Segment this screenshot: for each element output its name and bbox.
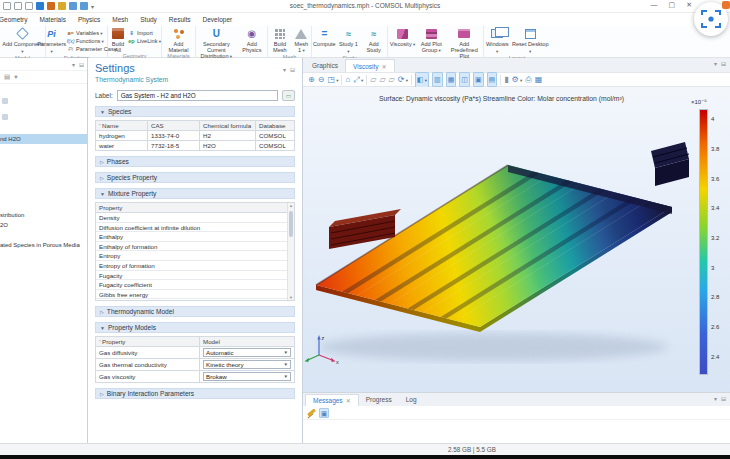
tab-mesh[interactable]: Mesh <box>106 13 134 26</box>
gas-viscosity-select[interactable]: Brokaw▼ <box>203 372 291 381</box>
screen-capture-overlay-button[interactable] <box>694 2 728 36</box>
orthographic-view-icon[interactable]: ◫ <box>459 72 470 87</box>
view-yz-icon[interactable]: ▥ <box>432 72 443 87</box>
tab-viscosity[interactable]: Viscosity✕ <box>345 59 395 72</box>
tab-log[interactable]: Log <box>399 394 424 406</box>
pane-menu-icon[interactable]: ▾ <box>714 60 717 67</box>
add-plot-group-icon <box>425 27 438 40</box>
tab-geometry[interactable]: Geometry <box>0 13 34 26</box>
tab-materials[interactable]: Materials <box>34 13 72 26</box>
mesh-1-button[interactable]: Mesh 1 <box>292 27 311 54</box>
add-plot-group-button[interactable]: Add Plot Group <box>416 27 446 54</box>
tree-menu-icon[interactable]: ▾ <box>14 73 17 81</box>
section-phases[interactable]: ▷ Phases <box>95 156 295 167</box>
tree-item-gas-system[interactable]: nd H2O <box>0 134 87 144</box>
mixture-property-item[interactable]: Entropy <box>96 251 294 261</box>
mixture-property-item[interactable]: Density <box>96 213 294 223</box>
gas-thermal-conductivity-select[interactable]: Kinetic theory▼ <box>203 360 291 369</box>
livelink-button[interactable]: ep LiveLink <box>128 37 161 44</box>
add-predefined-plot-button[interactable]: Add Predefined Plot <box>446 27 482 59</box>
view-xy-icon[interactable]: ◧ <box>415 72 429 88</box>
deselect-icon[interactable]: ▱ <box>389 73 395 86</box>
scene-settings-icon[interactable]: ⚙ <box>512 73 523 87</box>
zoom-out-icon[interactable]: ⊖ <box>318 73 325 86</box>
label-rename-button[interactable]: ▭ <box>282 90 295 101</box>
zoom-in-icon[interactable]: ⊕ <box>308 73 315 86</box>
pane-menu-icon[interactable]: ▾ <box>714 395 717 402</box>
reset-desktop-button[interactable]: Reset Desktop <box>510 27 550 55</box>
pane-menu-icon[interactable]: ▾ <box>72 61 75 68</box>
add-study-button[interactable]: ≈ Add Study <box>360 27 387 53</box>
settings-menu-icon[interactable]: ▾ <box>283 66 286 73</box>
mixture-property-item[interactable]: Enthalpy <box>96 232 294 242</box>
section-property-models[interactable]: ▼ Property Models <box>95 322 295 333</box>
clear-messages-icon[interactable] <box>307 408 316 416</box>
tab-graphics[interactable]: Graphics <box>305 59 345 72</box>
close-tab-icon[interactable]: ✕ <box>382 64 387 70</box>
tree-item-concentrated-species-porous-media[interactable]: ated Species in Porous Media <box>0 240 87 250</box>
species-row-hydrogen[interactable]: hydrogen 1333-74-0 H2 COMSOL <box>96 131 295 141</box>
study-1-button[interactable]: ≈ Study 1 <box>337 27 361 55</box>
mixture-property-item[interactable]: Gibbs free energy of formation <box>96 299 294 301</box>
section-species[interactable]: ▼ Species <box>95 106 295 117</box>
show-grid-icon[interactable]: ▤ <box>487 72 498 87</box>
secondary-current-distribution-button[interactable]: U Secondary Current Distribution <box>196 27 237 60</box>
mixture-property-item[interactable]: Fugacity <box>96 271 294 281</box>
image-snapshot-icon[interactable]: ⎙ <box>525 73 531 86</box>
mixture-property-item[interactable]: Enthalpy of formation <box>96 242 294 252</box>
import-button[interactable]: ⇩ Import <box>128 29 161 36</box>
gas-diffusivity-select[interactable]: Automatic▼ <box>203 348 291 357</box>
rotate-icon[interactable]: ⟳ <box>398 73 408 87</box>
mixture-property-item[interactable]: Entropy of formation <box>96 261 294 271</box>
tab-results[interactable]: Results <box>163 13 197 26</box>
close-tab-icon[interactable]: ✕ <box>346 398 351 404</box>
tab-study[interactable]: Study <box>134 13 163 26</box>
add-material-button[interactable]: Add Material <box>162 27 195 53</box>
mixture-property-item[interactable]: Fugacity coefficient <box>96 280 294 290</box>
maximize-button[interactable]: ▢ <box>669 1 676 9</box>
section-mixture-property[interactable]: ▼ Mixture Property <box>95 188 295 199</box>
settings-pin-icon[interactable]: ⊟ <box>290 66 295 73</box>
section-species-property[interactable]: ▷ Species Property <box>95 172 295 183</box>
close-button[interactable]: ✕ <box>686 1 692 9</box>
lock-icon[interactable]: ▮ <box>504 73 508 86</box>
pane-pin-icon[interactable]: ⊟ <box>79 61 84 68</box>
select-box-icon[interactable]: ▱ <box>370 73 376 86</box>
mixture-property-scrollbar[interactable]: ▲ ▼ <box>287 203 294 300</box>
section-binary-interaction-parameters[interactable]: ▷ Binary Interaction Parameters <box>95 388 295 399</box>
section-thermodynamic-model[interactable]: ▷ Thermodynamic Model <box>95 306 295 317</box>
scroll-up-icon[interactable]: ▲ <box>288 203 294 208</box>
zoom-extents-icon[interactable]: ◳ <box>327 73 338 87</box>
parameters-button[interactable]: Pi Parameters <box>36 27 67 55</box>
windows-button[interactable]: Windows <box>484 27 510 55</box>
species-row-water[interactable]: water 7732-18-5 H2O COMSOL <box>96 141 295 151</box>
build-all-button[interactable]: Build All <box>108 27 128 53</box>
mixture-property-item[interactable]: Diffusion coefficient at infinite diluti… <box>96 223 294 233</box>
scroll-thumb[interactable] <box>289 211 293 237</box>
view-xz-icon[interactable]: ▦ <box>446 72 457 87</box>
view-menu-icon[interactable]: ⤢ <box>353 73 363 87</box>
tab-physics[interactable]: Physics <box>72 13 106 26</box>
add-physics-button[interactable]: ◉ Add Physics <box>237 27 267 53</box>
pane-pin-icon[interactable]: ⊟ <box>721 60 726 67</box>
minimize-button[interactable]: — <box>651 1 658 9</box>
build-mesh-button[interactable]: Build Mesh <box>268 27 292 53</box>
mixture-property-item[interactable]: Gibbs free energy <box>96 290 294 300</box>
plot-settings-icon[interactable]: ▦ <box>535 73 543 86</box>
label-input[interactable]: Gas System - H2 and H2O <box>117 90 278 101</box>
viscosity-button[interactable]: Viscosity <box>389 27 416 48</box>
plot-canvas[interactable]: Surface: Dynamic viscosity (Pa*s) Stream… <box>303 87 730 392</box>
tab-developer[interactable]: Developer <box>197 13 239 26</box>
select-adjacent-icon[interactable]: ▱ <box>379 73 385 86</box>
tree-collapse-icon[interactable]: ▤ <box>4 73 10 81</box>
tree-item-h2-h2o[interactable]: 2O <box>0 220 87 230</box>
tab-progress[interactable]: Progress <box>359 394 399 406</box>
tab-messages[interactable]: Messages✕ <box>305 394 359 406</box>
compute-button[interactable]: = Compute <box>312 27 337 47</box>
pane-pin-icon[interactable]: ⊟ <box>721 395 726 402</box>
tree-item-secondary-current-distribution[interactable]: stribution <box>0 210 87 220</box>
scroll-down-icon[interactable]: ▼ <box>288 295 294 300</box>
auto-scroll-icon[interactable]: ▣ <box>319 408 329 418</box>
go-to-default-view-icon[interactable]: ⌂ <box>345 73 350 86</box>
perspective-view-icon[interactable]: ▣ <box>473 72 484 87</box>
